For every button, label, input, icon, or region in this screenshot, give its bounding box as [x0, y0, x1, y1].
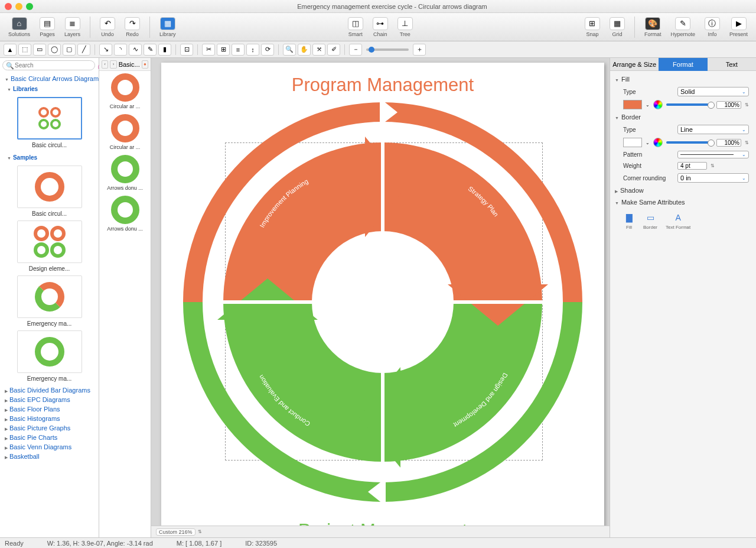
tree-item[interactable]: Basic Histograms — [2, 414, 96, 423]
text-box-tool[interactable]: ⬚ — [18, 44, 31, 56]
sample-label: Design eleme... — [2, 265, 96, 272]
same-text-button[interactable]: AText Format — [666, 212, 690, 230]
smart-button[interactable]: ◫Smart — [344, 16, 367, 38]
chain-button[interactable]: ⊶Chain — [369, 16, 392, 38]
snap-button[interactable]: ⊞Snap — [581, 16, 604, 38]
pattern-combo[interactable]: ⌄ — [677, 151, 749, 158]
rotate-tool[interactable]: ⟳ — [261, 44, 274, 56]
grid-button[interactable]: ▦Grid — [606, 16, 628, 38]
stencil-item[interactable]: Arrows donu ... — [102, 155, 148, 191]
stencil-close-icon[interactable]: ● — [142, 60, 148, 69]
tab-arrange[interactable]: Arrange & Size — [610, 58, 659, 71]
border-opacity-field[interactable]: 100% — [716, 139, 741, 147]
sample-thumb[interactable] — [17, 275, 82, 318]
inspector-panel: Arrange & Size Format Text Fill TypeSoli… — [610, 58, 756, 537]
same-fill-button[interactable]: ▇Fill — [623, 212, 635, 230]
tree-item[interactable]: Basic Divided Bar Diagrams — [2, 385, 96, 395]
zoom-out-icon[interactable]: － — [349, 44, 362, 56]
color-wheel-icon[interactable] — [653, 100, 663, 109]
stamp-tool[interactable]: ⊡ — [180, 44, 193, 56]
border-type-combo[interactable]: Line⌄ — [677, 125, 749, 134]
maximize-icon[interactable] — [26, 3, 33, 10]
tree-item[interactable]: Basic Picture Graphs — [2, 423, 96, 433]
pan-tool[interactable]: ✋ — [298, 44, 311, 56]
select-tool[interactable]: ▲ — [4, 44, 17, 56]
info-button[interactable]: ⓘInfo — [701, 16, 724, 38]
rect-tool[interactable]: ▭ — [33, 44, 46, 56]
stencil-back-icon[interactable]: ‹ — [102, 60, 108, 69]
zoom-slider[interactable] — [366, 48, 409, 51]
present-button[interactable]: ▶Present — [726, 16, 751, 38]
minimize-icon[interactable] — [15, 3, 22, 10]
window-controls — [5, 3, 33, 10]
redo-button[interactable]: ↷Redo — [121, 16, 144, 38]
stencil-item[interactable]: Circular ar ... — [102, 73, 148, 109]
corner-combo[interactable]: 0 in⌄ — [677, 173, 749, 183]
library-button[interactable]: ▦Library — [156, 16, 180, 38]
zoom-tool[interactable]: 🔍 — [283, 44, 296, 56]
fill-type-label: Type — [623, 89, 674, 95]
stencil-fwd-icon[interactable]: › — [110, 60, 116, 69]
tree-item[interactable]: Basic EPC Diagrams — [2, 395, 96, 404]
format-button[interactable]: 🎨Format — [641, 16, 665, 38]
rounded-rect-tool[interactable]: ▢ — [63, 44, 76, 56]
line-tool[interactable]: ╱ — [77, 44, 90, 56]
canvas-area: Program Management Project Management — [151, 58, 610, 537]
tree-item[interactable]: Basic Pie Charts — [2, 433, 96, 442]
zoom-combo[interactable]: Custom 216% — [156, 528, 195, 536]
make-same-section[interactable]: Make Same Attributes — [615, 196, 751, 208]
solutions-button[interactable]: ⌂Solutions — [5, 16, 34, 38]
pen-tool[interactable]: ✎ — [144, 44, 157, 56]
corner-label: Corner rounding — [623, 175, 674, 181]
drawing-page[interactable]: Program Management Project Management — [161, 63, 604, 526]
undo-button[interactable]: ↶Undo — [96, 16, 119, 38]
border-opacity-slider[interactable] — [666, 141, 713, 144]
tree-section-current[interactable]: Basic Circular Arrows Diagrams — [2, 74, 96, 83]
color-wheel-icon[interactable] — [653, 138, 663, 147]
tab-format[interactable]: Format — [659, 58, 707, 71]
fill-type-combo[interactable]: Solid⌄ — [677, 87, 749, 96]
ellipse-tool[interactable]: ◯ — [48, 44, 61, 56]
shadow-section[interactable]: Shadow — [615, 184, 751, 196]
fill-section[interactable]: Fill — [615, 73, 751, 85]
search-input[interactable] — [2, 60, 95, 70]
fill-opacity-field[interactable]: 100% — [716, 101, 741, 109]
hypernote-button[interactable]: ✎Hypernote — [667, 16, 699, 38]
spline-tool[interactable]: ∿ — [129, 44, 142, 56]
weight-field[interactable]: 4 pt — [677, 162, 707, 170]
zoom-in-icon[interactable]: ＋ — [413, 44, 426, 56]
crop-tool[interactable]: ✂ — [202, 44, 215, 56]
tree-item[interactable]: Basic Venn Diagrams — [2, 442, 96, 452]
samples-label[interactable]: Samples — [2, 152, 96, 163]
align-tool[interactable]: ≡ — [232, 44, 245, 56]
connector-tool[interactable]: ↘ — [99, 44, 112, 56]
fill-opacity-slider[interactable] — [666, 103, 713, 106]
edit-tool[interactable]: ✐ — [327, 44, 340, 56]
sample-thumb[interactable] — [17, 166, 82, 208]
stencil-item[interactable]: Arrows donu ... — [102, 196, 148, 232]
border-section[interactable]: Border — [615, 111, 751, 123]
tree-item[interactable]: Basic Floor Plans — [2, 404, 96, 414]
sample-thumb[interactable] — [17, 330, 82, 373]
same-border-button[interactable]: ▭Border — [643, 212, 657, 230]
layers-button[interactable]: ≣Layers — [61, 16, 84, 38]
tab-text[interactable]: Text — [708, 58, 756, 71]
stencil-item[interactable]: Circular ar ... — [102, 114, 148, 150]
group-tool[interactable]: ⊞ — [217, 44, 230, 56]
arc-tool[interactable]: ◝ — [114, 44, 127, 56]
fill-color-swatch[interactable] — [623, 100, 642, 109]
libraries-label[interactable]: Libraries — [2, 83, 96, 95]
tree-button[interactable]: ⊥Tree — [394, 16, 416, 38]
close-icon[interactable] — [5, 3, 12, 10]
canvas-scroll[interactable]: Program Management Project Management — [151, 58, 610, 526]
paint-tool[interactable]: ▮ — [158, 44, 171, 56]
tree-item[interactable]: Basketball — [2, 452, 96, 461]
border-color-swatch[interactable] — [623, 138, 642, 147]
eyedropper-tool[interactable]: ⤧ — [312, 44, 325, 56]
pages-button[interactable]: ▤Pages — [36, 16, 58, 38]
status-dimensions: W: 1.36, H: 3.9e-07, Angle: -3.14 rad — [47, 540, 153, 547]
sample-thumb[interactable] — [17, 221, 82, 263]
stencil-crumb[interactable]: Basic... — [119, 61, 140, 68]
order-tool[interactable]: ↕ — [246, 44, 259, 56]
library-thumb[interactable] — [17, 97, 82, 140]
